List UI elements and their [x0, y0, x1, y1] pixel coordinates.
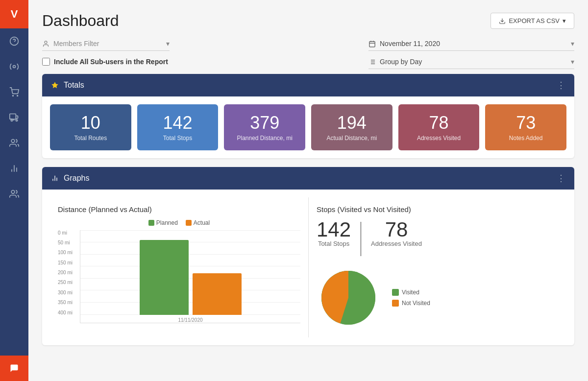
planned-distance-label: Planned Distance, mi — [237, 135, 292, 142]
svg-point-7 — [11, 119, 12, 121]
sidebar-item-dispatch[interactable] — [0, 105, 28, 130]
addresses-visited-number: 78 — [385, 219, 408, 240]
totals-header-left: Totals — [51, 81, 84, 90]
totals-panel-title: Totals — [64, 81, 84, 90]
stat-card-planned-distance: 379 Planned Distance, mi — [224, 104, 305, 150]
stat-card-stops: 142 Total Stops — [137, 104, 219, 150]
export-button[interactable]: EXPORT AS CSV ▾ — [490, 13, 574, 29]
filters-row: Members Filter ▾ Include All Sub-users i… — [42, 40, 574, 69]
include-subusers-checkbox[interactable] — [42, 58, 50, 66]
graphs-panel: Graphs ⋮ Distance (Planned vs Actual) Pl… — [42, 167, 574, 345]
notes-value: 73 — [516, 113, 536, 133]
planned-legend-dot — [148, 220, 154, 226]
y-axis-labels: 400 mi 350 mi 300 mi 250 mi 200 mi 150 m… — [58, 230, 80, 323]
planned-legend-item: Planned — [148, 219, 178, 226]
svg-point-2 — [13, 66, 16, 68]
sidebar-item-orders[interactable] — [0, 79, 28, 105]
pie-legend: Visited Not Visited — [392, 289, 430, 307]
date-filter-value: November 11, 2020 — [380, 40, 440, 48]
y-label-300: 300 mi — [58, 290, 80, 295]
planned-bar — [140, 240, 189, 314]
distance-chart-title: Distance (Planned vs Actual) — [58, 205, 300, 214]
main-content: Dashboard EXPORT AS CSV ▾ Members Filter… — [28, 0, 588, 381]
visited-legend-label: Visited — [402, 289, 419, 296]
x-axis-label: 11/11/2020 — [80, 317, 300, 323]
svg-rect-15 — [369, 41, 375, 47]
stat-card-actual-distance: 194 Actual Distance, mi — [311, 104, 392, 150]
header-row: Dashboard EXPORT AS CSV ▾ — [42, 12, 574, 30]
stops-divider — [361, 222, 361, 256]
pie-chart — [317, 266, 380, 330]
y-label-350: 350 mi — [58, 300, 80, 305]
stops-header: 142 Total Stops 78 Addresses Visited — [317, 219, 559, 256]
filter-left: Members Filter ▾ Include All Sub-users i… — [42, 40, 170, 66]
not-visited-legend-item: Not Visited — [392, 300, 430, 307]
stat-card-addresses-visited: 78 Adresses Visited — [398, 104, 480, 150]
svg-point-6 — [16, 119, 17, 121]
svg-point-4 — [17, 95, 18, 96]
date-filter-dropdown[interactable]: November 11, 2020 ▾ — [368, 40, 574, 51]
total-stops-number: 142 — [317, 219, 351, 240]
group-icon — [368, 58, 376, 66]
sidebar-item-team[interactable] — [0, 181, 28, 207]
addresses-visited-stat: 78 Addresses Visited — [371, 219, 422, 247]
stops-value: 142 — [163, 113, 192, 133]
graphs-header-left: Graphs — [51, 174, 89, 183]
planned-distance-value: 379 — [250, 113, 279, 133]
y-label-150: 150 mi — [58, 260, 80, 265]
members-filter-arrow-icon: ▾ — [166, 40, 170, 48]
app-logo[interactable]: V — [0, 0, 28, 28]
group-by-arrow-icon: ▾ — [571, 58, 574, 66]
members-filter-dropdown[interactable]: Members Filter ▾ — [42, 40, 170, 51]
group-by-value: Group by Day — [380, 58, 422, 66]
include-subusers-label: Include All Sub-users in the Report — [54, 58, 168, 66]
stops-label: Total Stops — [163, 135, 192, 142]
not-visited-legend-dot — [392, 300, 399, 307]
totals-grid: 10 Total Routes 142 Total Stops 379 Plan… — [42, 96, 574, 158]
chat-button[interactable] — [0, 356, 28, 381]
sidebar-item-analytics[interactable] — [0, 156, 28, 181]
addresses-visited-label: Addresses Visited — [371, 240, 422, 247]
svg-point-3 — [13, 95, 14, 96]
group-by-dropdown[interactable]: Group by Day ▾ — [368, 58, 574, 69]
total-stops-stat: 142 Total Stops — [317, 219, 351, 247]
visited-legend-dot — [392, 289, 399, 296]
graphs-grid: Distance (Planned vs Actual) Planned Act… — [42, 190, 574, 345]
y-label-400: 400 mi — [58, 310, 80, 315]
actual-bar — [193, 273, 242, 315]
totals-menu-icon[interactable]: ⋮ — [557, 80, 565, 91]
distance-chart-legend: Planned Actual — [58, 219, 300, 226]
routes-value: 10 — [81, 113, 100, 133]
pie-row: Visited Not Visited — [317, 266, 559, 330]
svg-point-12 — [11, 190, 15, 194]
addresses-visited-value: 78 — [429, 113, 448, 133]
include-subusers-checkbox-row[interactable]: Include All Sub-users in the Report — [42, 58, 170, 66]
calendar-icon — [368, 40, 376, 48]
y-label-200: 200 mi — [58, 270, 80, 275]
export-arrow-icon: ▾ — [563, 17, 566, 24]
filter-right: November 11, 2020 ▾ Group by Day ▾ — [368, 40, 574, 69]
graphs-menu-icon[interactable]: ⋮ — [557, 173, 565, 184]
totals-panel-header: Totals ⋮ — [42, 74, 574, 96]
sidebar-item-routes[interactable] — [0, 54, 28, 79]
routes-label: Total Routes — [74, 135, 107, 142]
totals-panel: Totals ⋮ 10 Total Routes 142 Total Stops… — [42, 74, 574, 158]
svg-point-14 — [45, 41, 47, 43]
bar-chart-icon — [51, 174, 59, 182]
stat-card-routes: 10 Total Routes — [50, 104, 131, 150]
star-icon — [51, 81, 59, 89]
svg-rect-31 — [392, 289, 399, 296]
actual-legend-item: Actual — [186, 219, 210, 226]
svg-rect-32 — [392, 300, 399, 307]
bar-chart-container: 400 mi 350 mi 300 mi 250 mi 200 mi 150 m… — [58, 230, 300, 323]
actual-legend-label: Actual — [194, 219, 210, 226]
sidebar-item-help[interactable] — [0, 28, 28, 54]
distance-chart-card: Distance (Planned vs Actual) Planned Act… — [50, 197, 308, 337]
notes-label: Notes Added — [509, 135, 543, 142]
export-label: EXPORT AS CSV — [509, 17, 560, 24]
actual-distance-value: 194 — [337, 113, 367, 133]
members-filter-label: Members Filter — [53, 40, 99, 48]
sidebar-item-drivers[interactable] — [0, 130, 28, 156]
actual-legend-dot — [186, 220, 192, 226]
y-label-100: 100 mi — [58, 250, 80, 255]
